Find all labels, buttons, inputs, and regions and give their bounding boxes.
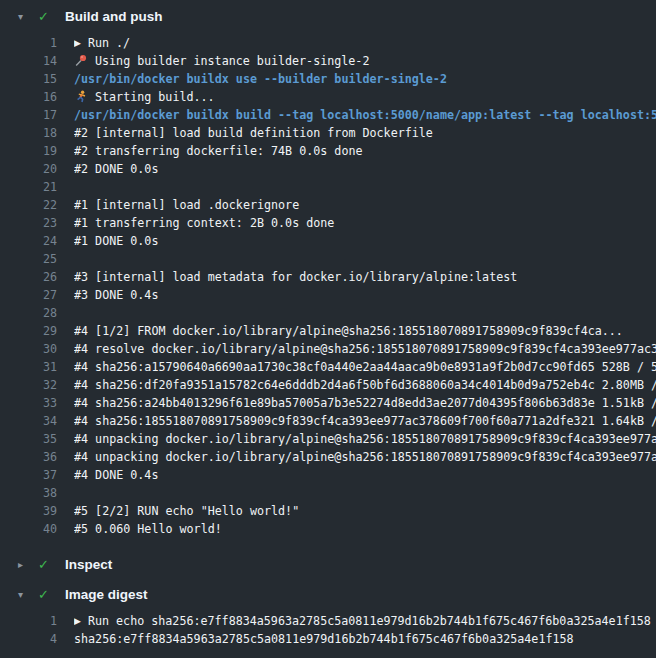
chevron-down-icon[interactable]: ▾ [18,9,38,25]
line-number[interactable]: 15 [0,70,57,88]
log-line-content [74,484,656,502]
log-line: 40#5 0.060 Hello world! [0,520,656,538]
log-line: 38 [0,484,656,502]
success-check-icon: ✓ [38,587,65,603]
log-group-line[interactable]: 1▶Run echo sha256:e7ff8834a5963a2785c5a0… [0,612,656,630]
log-line: 29#4 [1/2] FROM docker.io/library/alpine… [0,322,656,340]
line-number[interactable]: 30 [0,340,57,358]
log-line-content [74,304,656,322]
line-number[interactable]: 4 [0,630,57,648]
log-line-content: /usr/bin/docker buildx build --tag local… [74,106,656,124]
line-number[interactable]: 39 [0,502,57,520]
log-text: #1 transferring context: 2B 0.0s done [74,216,334,230]
log-text: #4 unpacking docker.io/library/alpine@sh… [74,432,656,446]
log-text: #4 [1/2] FROM docker.io/library/alpine@s… [74,324,623,338]
log-line-content: /usr/bin/docker buildx use --builder bui… [74,70,656,88]
log-line-content: #5 0.060 Hello world! [74,520,656,538]
line-number[interactable]: 38 [0,484,57,502]
step-header-inspect[interactable]: ▸✓Inspect [0,548,656,578]
line-number[interactable]: 40 [0,520,57,538]
line-number[interactable]: 37 [0,466,57,484]
log-text: #1 DONE 0.0s [74,234,158,248]
line-number[interactable]: 17 [0,106,57,124]
log-line-content: ▶Run ./ [74,34,656,52]
line-number[interactable]: 16 [0,88,57,106]
log-line: 16Starting build... [0,88,656,106]
log-line: 28 [0,304,656,322]
log-text: Run echo sha256:e7ff8834a5963a2785c5a081… [88,614,651,628]
expand-group-icon[interactable]: ▶ [74,612,81,630]
log-line-content [74,250,656,268]
log-line: 30#4 resolve docker.io/library/alpine@sh… [0,340,656,358]
log-line-content: #4 unpacking docker.io/library/alpine@sh… [74,430,656,448]
log-line-content: #4 unpacking docker.io/library/alpine@sh… [74,448,656,466]
log-group-line[interactable]: 1▶Run ./ [0,34,656,52]
log-line-content [74,178,656,196]
log-line: 22#1 [internal] load .dockerignore [0,196,656,214]
line-number[interactable]: 23 [0,214,57,232]
log-line: 19#2 transferring dockerfile: 74B 0.0s d… [0,142,656,160]
line-number[interactable]: 14 [0,52,57,70]
line-number[interactable]: 34 [0,412,57,430]
log-line-content: ▶Run echo sha256:e7ff8834a5963a2785c5a08… [74,612,656,630]
step-log-lines: 1▶Run echo sha256:e7ff8834a5963a2785c5a0… [0,612,656,648]
log-line-content: #3 DONE 0.4s [74,286,656,304]
step-section-inspect: ▸✓Inspect [0,548,656,578]
line-number[interactable]: 22 [0,196,57,214]
expand-group-icon[interactable]: ▶ [74,34,81,52]
log-line-content: #2 [internal] load build definition from… [74,124,656,142]
log-line: 24#1 DONE 0.0s [0,232,656,250]
success-check-icon: ✓ [38,9,65,25]
log-line-content: #2 DONE 0.0s [74,160,656,178]
line-number[interactable]: 20 [0,160,57,178]
step-header-build-and-push[interactable]: ▾✓Build and push [0,0,656,30]
success-check-icon: ✓ [38,557,65,573]
chevron-down-icon[interactable]: ▾ [18,587,38,603]
step-header-image-digest[interactable]: ▾✓Image digest [0,578,656,608]
line-number[interactable]: 27 [0,286,57,304]
log-line-content: #4 sha256:a24bb4013296f61e89ba57005a7b3e… [74,394,656,412]
line-number[interactable]: 1 [0,612,57,630]
pushpin-icon [74,54,88,67]
log-text: #4 sha256:a24bb4013296f61e89ba57005a7b3e… [74,396,656,410]
line-number[interactable]: 26 [0,268,57,286]
log-line: 32#4 sha256:df20fa9351a15782c64e6dddb2d4… [0,376,656,394]
log-line: 36#4 unpacking docker.io/library/alpine@… [0,448,656,466]
log-line: 37#4 DONE 0.4s [0,466,656,484]
line-number[interactable]: 32 [0,376,57,394]
step-section-image-digest: ▾✓Image digest1▶Run echo sha256:e7ff8834… [0,578,656,648]
log-text: #3 DONE 0.4s [74,288,158,302]
log-line-content: #1 transferring context: 2B 0.0s done [74,214,656,232]
line-number[interactable]: 24 [0,232,57,250]
log-line-content: #4 sha256:185518070891758909c9f839cf4ca3… [74,412,656,430]
line-number[interactable]: 33 [0,394,57,412]
log-line: 31#4 sha256:a15790640a6690aa1730c38cf0a4… [0,358,656,376]
line-number[interactable]: 28 [0,304,57,322]
line-number[interactable]: 35 [0,430,57,448]
log-text: #2 transferring dockerfile: 74B 0.0s don… [74,144,363,158]
line-number[interactable]: 25 [0,250,57,268]
log-line: 34#4 sha256:185518070891758909c9f839cf4c… [0,412,656,430]
log-line-content: sha256:e7ff8834a5963a2785c5a0811e979d16b… [74,630,656,648]
line-number[interactable]: 1 [0,34,57,52]
line-number[interactable]: 31 [0,358,57,376]
log-line: 39#5 [2/2] RUN echo "Hello world!" [0,502,656,520]
line-number[interactable]: 21 [0,178,57,196]
log-line: 21 [0,178,656,196]
log-line-content: #4 DONE 0.4s [74,466,656,484]
log-line: 4sha256:e7ff8834a5963a2785c5a0811e979d16… [0,630,656,648]
log-line: 26#3 [internal] load metadata for docker… [0,268,656,286]
log-line: 17/usr/bin/docker buildx build --tag loc… [0,106,656,124]
chevron-right-icon[interactable]: ▸ [18,557,38,573]
workflow-log-viewer: ▾✓Build and push1▶Run ./14Using builder … [0,0,656,658]
line-number[interactable]: 18 [0,124,57,142]
line-number[interactable]: 36 [0,448,57,466]
line-number[interactable]: 19 [0,142,57,160]
log-text: Starting build... [95,90,215,104]
log-text: #4 sha256:a15790640a6690aa1730c38cf0a440… [74,360,656,374]
log-line: 20#2 DONE 0.0s [0,160,656,178]
line-number[interactable]: 29 [0,322,57,340]
log-line: 35#4 unpacking docker.io/library/alpine@… [0,430,656,448]
log-text: #4 resolve docker.io/library/alpine@sha2… [74,342,656,356]
step-log-lines: 1▶Run ./14Using builder instance builder… [0,34,656,538]
